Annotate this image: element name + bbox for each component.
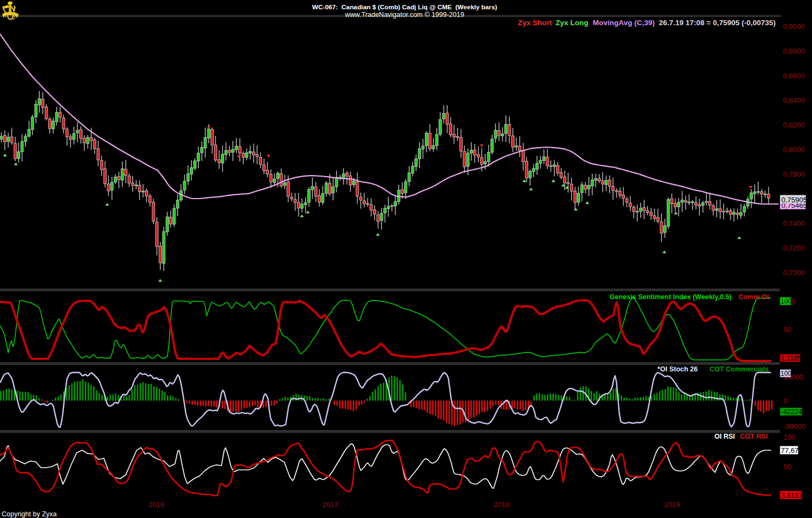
svg-text:COT Commercials: COT Commercials xyxy=(710,365,769,373)
svg-text:2016: 2016 xyxy=(149,500,165,509)
svg-text:100: 100 xyxy=(781,370,792,377)
svg-text:www.TradeNavigator.com © 1999-: www.TradeNavigator.com © 1999-2019 xyxy=(344,11,464,19)
svg-text:-99000: -99000 xyxy=(784,422,805,430)
svg-text:Genesis Sentiment Index (Weekl: Genesis Sentiment Index (Weekly,0.5) xyxy=(610,293,732,301)
svg-text:Zyx Long: Zyx Long xyxy=(556,19,588,27)
svg-text:3,6157: 3,6157 xyxy=(781,491,803,499)
svg-text:0: 0 xyxy=(784,397,787,405)
svg-text:MovingAvg (C,39): MovingAvg (C,39) xyxy=(593,19,655,27)
svg-text:COT RSI: COT RSI xyxy=(740,433,768,440)
svg-text:100: 100 xyxy=(784,433,796,441)
svg-text:Copyright by Zyxa: Copyright by Zyxa xyxy=(2,510,57,518)
svg-text:Comm OI: Comm OI xyxy=(738,293,769,301)
svg-text:2019: 2019 xyxy=(664,500,680,509)
svg-text:OI RSI: OI RSI xyxy=(714,433,735,440)
svg-text:0,8000: 0,8000 xyxy=(783,145,805,154)
svg-text:0,7400: 0,7400 xyxy=(783,219,805,228)
svg-text:50: 50 xyxy=(784,463,791,471)
svg-text:Zyx Short: Zyx Short xyxy=(518,19,552,27)
svg-text:0,8800: 0,8800 xyxy=(783,47,805,55)
svg-text:0,8600: 0,8600 xyxy=(783,72,805,80)
svg-text:0,9000: 0,9000 xyxy=(783,22,805,31)
svg-text:100: 100 xyxy=(781,298,792,305)
svg-text:2017: 2017 xyxy=(323,500,338,509)
svg-text:1,1185: 1,1185 xyxy=(781,354,801,362)
svg-text:-42224: -42224 xyxy=(781,408,802,416)
svg-text:2018: 2018 xyxy=(494,500,510,509)
svg-text:0,8400: 0,8400 xyxy=(783,96,805,104)
svg-text:26.7.19 17:08 = 0,75905 (-0,00: 26.7.19 17:08 = 0,75905 (-0,00735) xyxy=(659,19,776,27)
svg-text:0,75905: 0,75905 xyxy=(781,196,807,204)
svg-text:0,8200: 0,8200 xyxy=(783,121,805,129)
svg-text:0,7000: 0,7000 xyxy=(783,269,805,277)
svg-text:0,7800: 0,7800 xyxy=(783,170,805,178)
svg-text:WC-067: Canadian $ (Comb) Cad: WC-067: Canadian $ (Comb) Cadj Liq @ CME… xyxy=(312,3,497,11)
svg-text:0,7200: 0,7200 xyxy=(783,244,805,252)
svg-text:77,67: 77,67 xyxy=(781,446,799,455)
svg-text:50: 50 xyxy=(784,325,791,334)
svg-text:*OI Stoch 26: *OI Stoch 26 xyxy=(657,365,698,373)
